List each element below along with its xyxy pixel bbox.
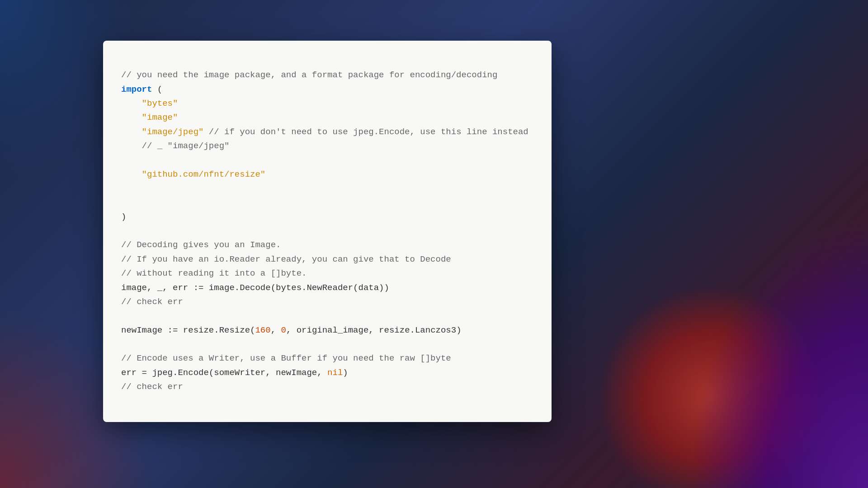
string-image: "image": [142, 113, 178, 122]
image-decode-line: image, _, err := image.Decode(bytes.NewR…: [121, 283, 389, 293]
keyword-import: import: [121, 84, 152, 94]
comment-decoding-1: // Decoding gives you an Image.: [121, 240, 281, 250]
string-bytes: "bytes": [142, 99, 178, 108]
newimage-line: newImage := resize.Resize(160, 0, origin…: [121, 325, 462, 335]
comment-inline: // if you don't need to use jpeg.Encode,…: [203, 127, 528, 137]
code-content: // you need the image package, and a for…: [121, 54, 533, 408]
string-resize: "github.com/nfnt/resize": [142, 169, 266, 179]
comment-blank-import: // _ "image/jpeg": [142, 141, 230, 151]
comment-encode: // Encode uses a Writer, use a Buffer if…: [121, 353, 451, 363]
comment-decoding-2: // If you have an io.Reader already, you…: [121, 254, 451, 264]
comment-line-1: // you need the image package, and a for…: [121, 70, 497, 80]
comment-decoding-3: // without reading it into a []byte.: [121, 268, 307, 278]
string-image-jpeg: "image/jpeg": [142, 127, 204, 137]
err-encode-line: err = jpeg.Encode(someWriter, newImage, …: [121, 368, 348, 378]
bg-decoration-purple: [687, 217, 868, 488]
close-paren: ): [121, 212, 126, 222]
comment-check-err-1: // check err: [121, 297, 183, 307]
comment-check-err-2: // check err: [121, 382, 183, 392]
code-text: (: [152, 84, 162, 94]
code-window: // you need the image package, and a for…: [103, 41, 552, 422]
